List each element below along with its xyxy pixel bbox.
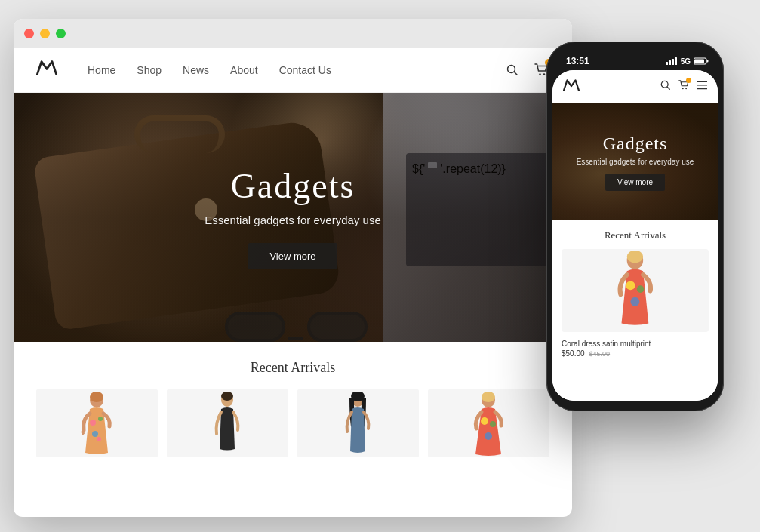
recent-arrivals-title: Recent Arrivals (36, 360, 549, 376)
product-image-1 (36, 389, 158, 457)
phone-nav-icons (660, 80, 707, 93)
nav-about[interactable]: About (230, 64, 258, 76)
svg-point-35 (626, 281, 635, 290)
phone-product-price-current: $50.00 (562, 349, 585, 358)
svg-point-29 (685, 88, 687, 89)
scene: Home Shop News About Contact Us (0, 0, 760, 532)
product-card-2[interactable] (167, 389, 288, 457)
products-grid (36, 389, 549, 457)
phone-time: 13:51 (566, 56, 589, 66)
svg-rect-25 (707, 60, 709, 63)
phone-recent-title: Recent Arrivals (562, 229, 709, 241)
browser-titlebar (14, 19, 572, 48)
maximize-dot[interactable] (56, 29, 66, 38)
product-card-4[interactable] (428, 389, 549, 457)
hero-section: ${''.repeat(12)} Gadgets Essential gadge… (14, 93, 572, 342)
svg-point-6 (90, 420, 96, 426)
phone-cart-badge (686, 78, 691, 83)
svg-point-7 (98, 417, 103, 421)
svg-point-3 (543, 73, 545, 75)
svg-rect-21 (672, 59, 674, 65)
phone-mockup: 13:51 5G (546, 42, 724, 411)
phone-hero-subtitle: Essential gadgets for everyday use (577, 158, 694, 166)
site-logo[interactable] (36, 57, 57, 83)
browser-content: Home Shop News About Contact Us (14, 48, 572, 517)
phone-recent-arrivals: Recent Arrivals C (552, 220, 718, 401)
search-icon[interactable] (504, 62, 521, 78)
svg-point-18 (485, 432, 492, 440)
svg-point-2 (539, 73, 540, 75)
phone-hero-content: Gadgets Essential gadgets for everyday u… (577, 134, 694, 191)
svg-rect-24 (694, 60, 704, 63)
phone-status-bar: 13:51 5G (552, 52, 718, 70)
phone-product-card-1[interactable] (562, 249, 709, 332)
svg-point-28 (682, 88, 684, 89)
website: Home Shop News About Contact Us (14, 48, 572, 517)
svg-rect-20 (669, 60, 671, 65)
nav-links: Home Shop News About Contact Us (88, 64, 504, 76)
product-card-1[interactable] (36, 389, 158, 457)
nav-news[interactable]: News (183, 64, 209, 76)
svg-line-27 (667, 87, 669, 89)
phone-screen: Gadgets Essential gadgets for everyday u… (552, 70, 718, 401)
hero-subtitle: Essential gadgets for everyday use (205, 214, 380, 226)
phone-hero-title: Gadgets (577, 134, 694, 154)
phone-product-name: Coral dress satin multiprint (562, 340, 709, 348)
product-card-3[interactable] (297, 389, 419, 457)
phone-hero: Gadgets Essential gadgets for everyday u… (552, 103, 718, 220)
product-image-3 (297, 389, 419, 457)
phone-network: 5G (681, 57, 691, 66)
svg-point-8 (92, 431, 98, 437)
browser-mockup: Home Shop News About Contact Us (14, 19, 572, 517)
product-image-4 (428, 389, 549, 457)
navbar: Home Shop News About Contact Us (14, 48, 572, 93)
svg-point-36 (636, 285, 644, 293)
nav-icon-group (504, 62, 549, 78)
nav-home[interactable]: Home (88, 64, 115, 76)
nav-contact[interactable]: Contact Us (279, 64, 331, 76)
phone-menu-icon[interactable] (697, 81, 707, 92)
phone-product-prices: $50.00 $45.00 (562, 349, 709, 358)
phone-navbar (552, 70, 718, 103)
nav-shop[interactable]: Shop (137, 64, 162, 76)
phone-cart-icon[interactable] (678, 80, 689, 93)
hero-view-more-button[interactable]: View more (248, 243, 337, 269)
product-image-2 (167, 389, 288, 457)
close-dot[interactable] (24, 29, 34, 38)
minimize-dot[interactable] (40, 29, 50, 38)
svg-point-37 (630, 297, 639, 306)
svg-point-16 (481, 417, 488, 425)
svg-rect-22 (675, 57, 677, 65)
svg-point-9 (97, 437, 101, 441)
phone-search-icon[interactable] (660, 80, 671, 93)
phone-hero-button[interactable]: View more (605, 174, 665, 191)
svg-line-1 (515, 72, 518, 75)
hero-overlay: Gadgets Essential gadgets for everyday u… (14, 93, 572, 342)
recent-arrivals-section: Recent Arrivals (14, 342, 572, 472)
svg-rect-19 (666, 62, 668, 65)
svg-point-17 (490, 421, 496, 427)
phone-logo[interactable] (563, 78, 660, 95)
phone-product-info: Coral dress satin multiprint $50.00 $45.… (562, 338, 709, 359)
hero-title: Gadgets (231, 166, 355, 206)
phone-product-price-old: $45.00 (589, 350, 611, 358)
phone-status-icons: 5G (666, 57, 709, 66)
